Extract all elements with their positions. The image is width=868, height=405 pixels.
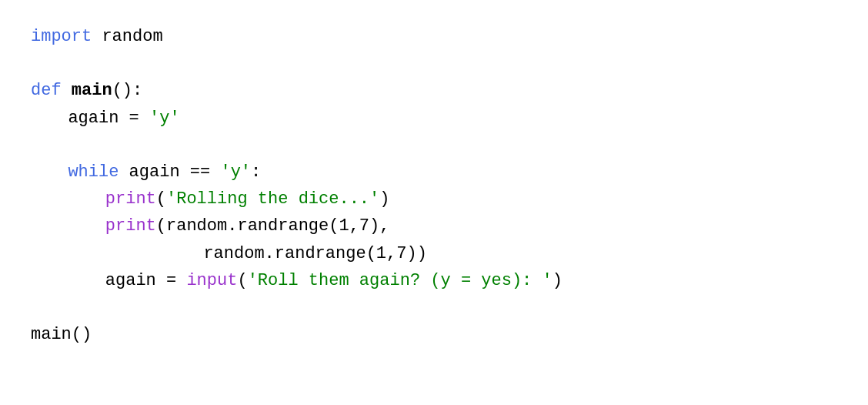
line-again-input: again = input('Roll them again? (y = yes… (105, 267, 837, 294)
line-def: def main(): (31, 77, 837, 104)
blank-line-3 (31, 294, 837, 321)
blank-line-1 (31, 50, 837, 77)
line-again-assign: again = 'y' (68, 105, 837, 132)
line-while: while again == 'y': (68, 159, 837, 186)
line-print2a: print(random.randrange(1,7), (105, 213, 837, 239)
code-block: import random def main(): again = 'y' wh… (0, 0, 868, 405)
line-print2b: random.randrange(1,7)) (142, 240, 837, 267)
line-import: import random (31, 23, 837, 50)
blank-line-2 (31, 132, 837, 159)
line-main-call: main() (31, 321, 837, 348)
line-print1: print('Rolling the dice...') (105, 186, 837, 213)
